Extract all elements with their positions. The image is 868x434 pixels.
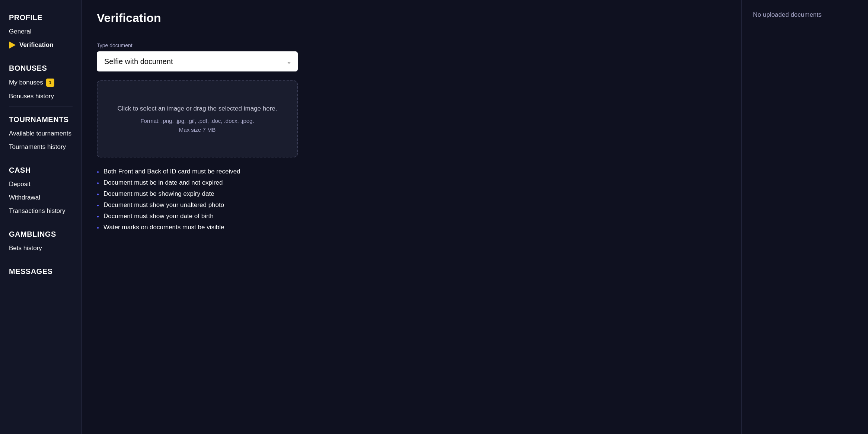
requirements-list: Both Front and Back of ID card must be r… xyxy=(97,168,298,231)
sidebar-section-title-cash: CASH xyxy=(0,160,82,178)
document-type-select[interactable]: Selfie with document Passport ID Card Dr… xyxy=(97,51,298,71)
sidebar-divider xyxy=(9,106,73,106)
select-wrapper: Selfie with document Passport ID Card Dr… xyxy=(97,51,298,71)
requirement-item-5: Document must show your date of birth xyxy=(97,213,298,220)
sidebar-item-label: Bets history xyxy=(9,245,42,252)
sidebar-section-title-bonuses: BONUSES xyxy=(0,58,82,76)
sidebar-item-label: General xyxy=(9,28,31,35)
sidebar-item-bonuses-history[interactable]: Bonuses history xyxy=(0,90,82,103)
no-uploaded-documents-label: No uploaded documents xyxy=(753,11,857,19)
active-arrow-icon xyxy=(9,41,16,49)
sidebar-section-messages: MESSAGES xyxy=(0,261,82,279)
upload-line2: Format: .png, .jpg, .gif, .pdf, .doc, .d… xyxy=(109,117,286,134)
sidebar-section-gamblings: GAMBLINGS Bets history xyxy=(0,224,82,258)
sidebar-item-verification[interactable]: Verification xyxy=(0,38,82,52)
sidebar-item-tournaments-history[interactable]: Tournaments history xyxy=(0,140,82,154)
sidebar-item-label: Bonuses history xyxy=(9,93,54,100)
upload-line1: Click to select an image or drag the sel… xyxy=(109,103,286,114)
page-title: Verification xyxy=(97,11,727,25)
sidebar-section-title-messages: MESSAGES xyxy=(0,261,82,279)
upload-area[interactable]: Click to select an image or drag the sel… xyxy=(97,80,298,157)
sidebar-item-general[interactable]: General xyxy=(0,25,82,38)
sidebar-section-title-tournaments: TOURNAMENTS xyxy=(0,109,82,127)
sidebar-section-title-gamblings: GAMBLINGS xyxy=(0,224,82,242)
sidebar-divider xyxy=(9,55,73,55)
sidebar-item-transactions-history[interactable]: Transactions history xyxy=(0,204,82,218)
sidebar-item-my-bonuses[interactable]: My bonuses 1 xyxy=(0,76,82,90)
requirement-item-6: Water marks on documents must be visible xyxy=(97,224,298,231)
sidebar-section-title-profile: PROFILE xyxy=(0,7,82,25)
sidebar-divider xyxy=(9,157,73,157)
sidebar-section-bonuses: BONUSES My bonuses 1 Bonuses history xyxy=(0,58,82,106)
upload-format-text: Format: .png, .jpg, .gif, .pdf, .doc, .d… xyxy=(140,118,254,124)
sidebar-divider xyxy=(9,258,73,258)
sidebar-section-cash: CASH Deposit Withdrawal Transactions his… xyxy=(0,160,82,221)
requirement-item-1: Both Front and Back of ID card must be r… xyxy=(97,168,298,175)
sidebar-item-available-tournaments[interactable]: Available tournaments xyxy=(0,127,82,140)
field-label-type-document: Type document xyxy=(97,42,298,48)
sidebar-item-deposit[interactable]: Deposit xyxy=(0,178,82,191)
sidebar-item-label: Withdrawal xyxy=(9,194,40,201)
upload-maxsize-text: Max size 7 MB xyxy=(179,127,216,133)
right-panel: No uploaded documents xyxy=(741,0,868,434)
sidebar-item-label: My bonuses xyxy=(9,79,43,86)
main-content: Verification Type document Selfie with d… xyxy=(82,0,741,434)
verification-form: Type document Selfie with document Passp… xyxy=(97,42,298,231)
sidebar-item-label: Transactions history xyxy=(9,207,65,215)
sidebar-item-withdrawal[interactable]: Withdrawal xyxy=(0,191,82,204)
sidebar-item-label: Tournaments history xyxy=(9,143,66,151)
sidebar-item-label: Available tournaments xyxy=(9,130,71,137)
sidebar-item-label: Deposit xyxy=(9,181,31,188)
bonus-badge: 1 xyxy=(46,79,54,87)
sidebar-item-label: Verification xyxy=(19,41,54,49)
sidebar-divider xyxy=(9,221,73,221)
sidebar-section-tournaments: TOURNAMENTS Available tournaments Tourna… xyxy=(0,109,82,157)
requirement-item-2: Document must be in date and not expired xyxy=(97,179,298,186)
sidebar-section-profile: PROFILE General Verification xyxy=(0,7,82,55)
sidebar-item-bets-history[interactable]: Bets history xyxy=(0,242,82,255)
upload-area-text: Click to select an image or drag the sel… xyxy=(109,103,286,134)
title-divider xyxy=(97,31,727,31)
sidebar: PROFILE General Verification BONUSES My … xyxy=(0,0,82,434)
requirement-item-3: Document must be showing expiry date xyxy=(97,190,298,198)
requirement-item-4: Document must show your unaltered photo xyxy=(97,201,298,209)
